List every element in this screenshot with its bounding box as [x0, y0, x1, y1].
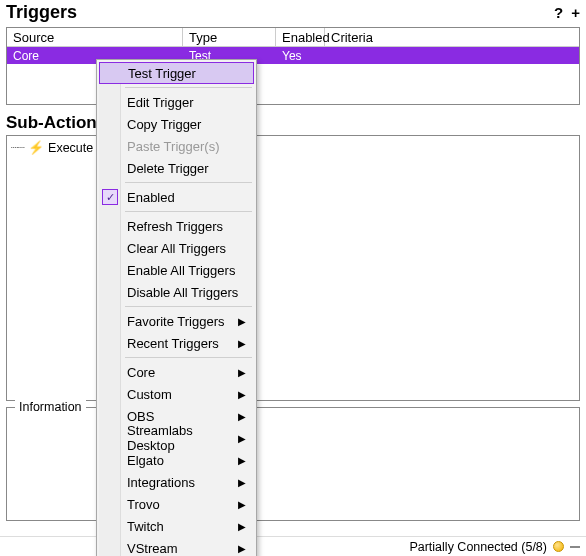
context-menu-item-label: OBS [127, 409, 154, 424]
col-header-source[interactable]: Source [7, 28, 183, 46]
context-menu-item[interactable]: Delete Trigger [99, 157, 254, 179]
trigger-row[interactable]: Core Test Yes [7, 47, 579, 64]
context-menu-item-label: Test Trigger [128, 66, 196, 81]
context-menu-item-label: VStream [127, 541, 178, 556]
context-menu-item-label: Favorite Triggers [127, 314, 225, 329]
context-menu-separator [125, 306, 252, 307]
context-menu-item-label: Recent Triggers [127, 336, 219, 351]
context-menu-item[interactable]: Enable All Triggers [99, 259, 254, 281]
context-menu-item[interactable]: ✓Enabled [99, 186, 254, 208]
chevron-right-icon: ▶ [238, 455, 246, 466]
subaction-label: Execute [48, 141, 93, 155]
context-menu-item[interactable]: Recent Triggers▶ [99, 332, 254, 354]
col-header-type[interactable]: Type [183, 28, 276, 46]
context-menu-item-label: Twitch [127, 519, 164, 534]
context-menu-item-label: Refresh Triggers [127, 219, 223, 234]
context-menu-item-label: Delete Trigger [127, 161, 209, 176]
context-menu-item[interactable]: Favorite Triggers▶ [99, 310, 254, 332]
context-menu-item-label: Trovo [127, 497, 160, 512]
chevron-right-icon: ▶ [238, 338, 246, 349]
context-menu-item[interactable]: Trovo▶ [99, 493, 254, 515]
information-box: Information [6, 407, 580, 521]
context-menu-item-label: Edit Trigger [127, 95, 193, 110]
context-menu-item-label: Custom [127, 387, 172, 402]
context-menu-item-label: Elgato [127, 453, 164, 468]
check-icon: ✓ [102, 189, 118, 205]
context-menu-item[interactable]: VStream▶ [99, 537, 254, 556]
subactions-list[interactable]: ┈┈ ⚡ Execute ) [6, 135, 580, 401]
chevron-right-icon: ▶ [238, 411, 246, 422]
context-menu-separator [125, 357, 252, 358]
status-dot-icon [553, 541, 564, 552]
cell-enabled: Yes [276, 49, 325, 63]
chevron-right-icon: ▶ [238, 389, 246, 400]
tree-connector: ┈┈ [11, 140, 24, 155]
help-icon[interactable]: ? [554, 4, 563, 21]
triggers-title: Triggers [0, 0, 586, 25]
context-menu-item[interactable]: Disable All Triggers [99, 281, 254, 303]
chevron-right-icon: ▶ [238, 543, 246, 554]
chevron-right-icon: ▶ [238, 521, 246, 532]
add-icon[interactable]: + [571, 4, 580, 21]
context-menu-separator [125, 211, 252, 212]
context-menu-item-label: Core [127, 365, 155, 380]
context-menu-item[interactable]: Clear All Triggers [99, 237, 254, 259]
context-menu-item-label: Paste Trigger(s) [127, 139, 219, 154]
context-menu-item[interactable]: Custom▶ [99, 383, 254, 405]
chevron-right-icon: ▶ [238, 433, 246, 444]
context-menu-item[interactable]: Refresh Triggers [99, 215, 254, 237]
context-menu-item[interactable]: Core▶ [99, 361, 254, 383]
context-menu-separator [125, 182, 252, 183]
bolt-icon: ⚡ [28, 140, 44, 155]
triggers-header: Source Type Enabled Criteria [7, 28, 579, 47]
context-menu-separator [125, 87, 252, 88]
status-bar: Partially Connected (5/8) [0, 536, 586, 556]
triggers-list[interactable]: Source Type Enabled Criteria Core Test Y… [6, 27, 580, 105]
context-menu-item-label: Disable All Triggers [127, 285, 238, 300]
context-menu[interactable]: Test TriggerEdit TriggerCopy TriggerPast… [96, 59, 257, 556]
context-menu-item-label: Enabled [127, 190, 175, 205]
information-label: Information [15, 400, 86, 414]
status-text: Partially Connected (5/8) [409, 540, 547, 554]
context-menu-item[interactable]: Edit Trigger [99, 91, 254, 113]
chevron-right-icon: ▶ [238, 477, 246, 488]
context-menu-item[interactable]: Streamlabs Desktop▶ [99, 427, 254, 449]
subactions-title: Sub-Actions [0, 111, 586, 133]
context-menu-item-label: Copy Trigger [127, 117, 201, 132]
context-menu-item[interactable]: Copy Trigger [99, 113, 254, 135]
context-menu-item[interactable]: Twitch▶ [99, 515, 254, 537]
col-header-enabled[interactable]: Enabled [276, 28, 325, 46]
context-menu-item[interactable]: Test Trigger [99, 62, 254, 84]
status-separator-icon [570, 546, 580, 548]
chevron-right-icon: ▶ [238, 367, 246, 378]
chevron-right-icon: ▶ [238, 499, 246, 510]
context-menu-item-label: Clear All Triggers [127, 241, 226, 256]
context-menu-item-label: Enable All Triggers [127, 263, 235, 278]
context-menu-item[interactable]: Elgato▶ [99, 449, 254, 471]
context-menu-item[interactable]: Integrations▶ [99, 471, 254, 493]
context-menu-item: Paste Trigger(s) [99, 135, 254, 157]
col-header-criteria[interactable]: Criteria [325, 28, 579, 46]
context-menu-item-label: Integrations [127, 475, 195, 490]
chevron-right-icon: ▶ [238, 316, 246, 327]
